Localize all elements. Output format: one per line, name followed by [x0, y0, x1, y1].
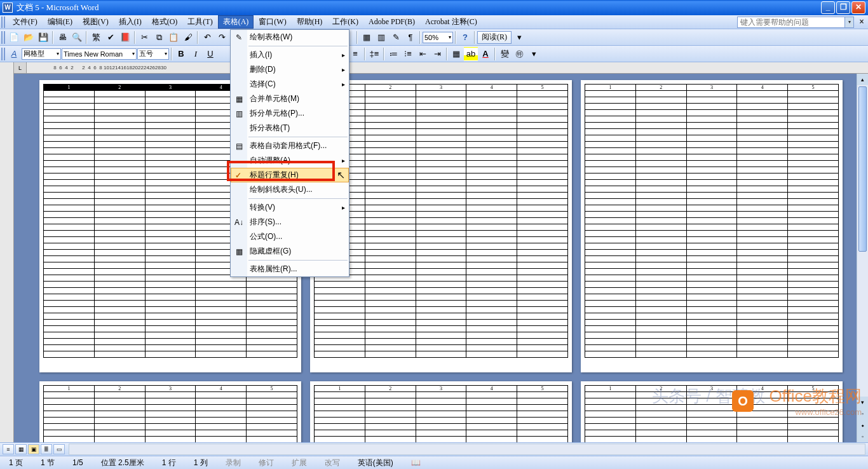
research-icon[interactable]: 📕 — [118, 31, 132, 44]
menu-item[interactable]: A↓排序(S)... — [231, 215, 349, 229]
read-button[interactable]: 阅读(R) — [477, 31, 512, 44]
document-table[interactable]: 12345 — [314, 385, 568, 442]
open-icon[interactable]: 📂 — [22, 31, 36, 44]
save-icon[interactable]: 💾 — [36, 31, 50, 44]
undo-icon[interactable]: ↶ — [200, 31, 214, 44]
status-lang[interactable]: 英语(美国) — [354, 458, 397, 468]
menu-item[interactable]: 公式(O)... — [231, 229, 349, 244]
drawing-icon[interactable]: ✎ — [389, 31, 403, 44]
menu-table[interactable]: 表格(A) — [218, 15, 254, 29]
minimize-button[interactable]: _ — [821, 1, 835, 14]
borders-icon[interactable]: ▦ — [449, 47, 463, 61]
print-icon[interactable]: 🖶 — [55, 31, 69, 44]
paste-icon[interactable]: 📋 — [166, 31, 180, 44]
columns-icon[interactable]: ▥ — [374, 31, 388, 44]
toolbar-grip[interactable] — [1, 17, 5, 28]
font-select[interactable]: Times New Roman▾ — [62, 48, 137, 60]
prev-page-icon[interactable]: ◦ — [857, 408, 868, 419]
scroll-up-icon[interactable]: ▴ — [857, 74, 868, 85]
document-table[interactable]: 12345 — [43, 385, 297, 442]
align-distrib-icon[interactable]: ≡ — [348, 47, 362, 61]
style-select[interactable]: 网格型▾ — [22, 48, 61, 60]
horizontal-scrollbar[interactable] — [69, 444, 865, 455]
menu-tools[interactable]: 工具(T) — [182, 15, 217, 29]
document-table[interactable]: 12345 — [314, 84, 568, 358]
doc-close-button[interactable]: × — [857, 17, 867, 27]
status-ovr[interactable]: 改写 — [321, 458, 344, 468]
ruby-icon[interactable]: 變 — [498, 47, 512, 61]
menu-view[interactable]: 视图(V) — [78, 15, 114, 29]
toolbar-options-icon[interactable]: ▾ — [527, 47, 541, 61]
italic-button[interactable]: I — [189, 47, 203, 61]
scroll-down-icon[interactable]: ▾ — [857, 397, 868, 408]
font-color-icon[interactable]: A — [478, 47, 492, 61]
status-rev[interactable]: 修订 — [255, 458, 278, 468]
bold-button[interactable]: B — [174, 47, 188, 61]
redo-icon[interactable]: ↷ — [215, 31, 229, 44]
menu-work[interactable]: 工作(K) — [327, 15, 363, 29]
next-page-icon[interactable]: ◦ — [857, 431, 868, 442]
menu-item[interactable]: 绘制斜线表头(U)... — [231, 182, 349, 197]
status-spellcheck-icon[interactable]: 📖 — [407, 458, 424, 467]
vertical-ruler[interactable] — [0, 62, 14, 442]
line-spacing-icon[interactable]: ‡≡ — [367, 47, 381, 61]
document-area[interactable]: 123451234512345123451234512345 ▴ ▾ ◦ ⬥ ◦ — [14, 74, 868, 442]
close-button[interactable]: ✕ — [851, 1, 865, 14]
print-view-button[interactable]: ▣ — [28, 444, 39, 454]
menu-edit[interactable]: 编辑(E) — [43, 15, 78, 29]
bullets-icon[interactable]: ⁝≡ — [401, 47, 415, 61]
outline-view-button[interactable]: ≣ — [41, 444, 52, 454]
scrollbar-thumb[interactable] — [858, 86, 867, 252]
menu-acrobat[interactable]: Acrobat 注释(C) — [420, 15, 482, 29]
menu-window[interactable]: 窗口(W) — [254, 15, 291, 29]
vertical-scrollbar[interactable]: ▴ ▾ ◦ ⬥ ◦ — [857, 74, 868, 442]
menu-item[interactable]: 自动调整(A)▸ — [231, 153, 349, 168]
menu-item[interactable]: 转换(V)▸ — [231, 200, 349, 215]
document-table[interactable]: 12345 — [585, 385, 839, 442]
maximize-button[interactable]: ❐ — [836, 1, 850, 14]
web-view-button[interactable]: ▦ — [15, 444, 27, 454]
horizontal-ruler[interactable]: L 864224681012141618202224262830 — [14, 62, 868, 74]
menu-item[interactable]: ▦合并单元格(M) — [231, 92, 349, 106]
normal-view-button[interactable]: ≡ — [3, 444, 14, 454]
menu-insert[interactable]: 插入(I) — [114, 15, 147, 29]
style-icon[interactable]: A — [7, 47, 21, 61]
menu-item[interactable]: 删除(D)▸ — [231, 62, 349, 77]
new-doc-icon[interactable]: 📄 — [7, 31, 21, 44]
menu-item[interactable]: ▥拆分单元格(P)... — [231, 106, 349, 121]
zoom-select[interactable]: 50%▾ — [423, 32, 453, 43]
read-view-button[interactable]: ▭ — [53, 444, 65, 454]
status-ext[interactable]: 扩展 — [288, 458, 311, 468]
menu-item[interactable]: 表格属性(R)... — [231, 262, 349, 276]
increase-indent-icon[interactable]: ⇥ — [430, 47, 444, 61]
menu-item[interactable]: 拆分表格(T) — [231, 121, 349, 135]
toolbar-grip[interactable] — [1, 31, 5, 44]
menu-item[interactable]: 选择(C)▸ — [231, 77, 349, 92]
menu-format[interactable]: 格式(O) — [147, 15, 183, 29]
menu-item[interactable]: ▦隐藏虚框(G) — [231, 244, 349, 259]
highlight-icon[interactable]: ab — [464, 47, 478, 61]
help-search-input[interactable] — [737, 17, 845, 28]
format-painter-icon[interactable]: 🖌 — [181, 31, 195, 44]
menu-item[interactable]: 插入(I)▸ — [231, 48, 349, 62]
help-search-dropdown[interactable]: ▾ — [845, 17, 854, 28]
font-size-select[interactable]: 五号▾ — [137, 48, 169, 60]
toolbar-options-icon[interactable]: ▾ — [512, 31, 526, 44]
decrease-indent-icon[interactable]: ⇤ — [416, 47, 430, 61]
menu-item[interactable]: ▤表格自动套用格式(F)... — [231, 139, 349, 153]
doc-map-icon[interactable]: ¶ — [403, 31, 417, 44]
numbering-icon[interactable]: ≔ — [386, 47, 400, 61]
menu-file[interactable]: 文件(F) — [8, 15, 43, 29]
enclose-char-icon[interactable]: ㊕ — [512, 47, 526, 61]
underline-button[interactable]: U — [203, 47, 217, 61]
menu-adobe-pdf[interactable]: Adobe PDF(B) — [363, 16, 420, 28]
status-rec[interactable]: 录制 — [222, 458, 245, 468]
spell-icon[interactable]: ✔ — [104, 31, 118, 44]
help-icon[interactable]: ? — [458, 31, 472, 44]
ruler-corner[interactable]: L — [14, 62, 27, 74]
toolbar-grip[interactable] — [1, 48, 5, 60]
document-table[interactable]: 12345 — [585, 84, 839, 358]
menu-item[interactable]: ✎绘制表格(W) — [231, 30, 349, 44]
browse-object-icon[interactable]: ⬥ — [857, 419, 868, 431]
menu-item[interactable]: ✓标题行重复(H) — [231, 168, 349, 182]
